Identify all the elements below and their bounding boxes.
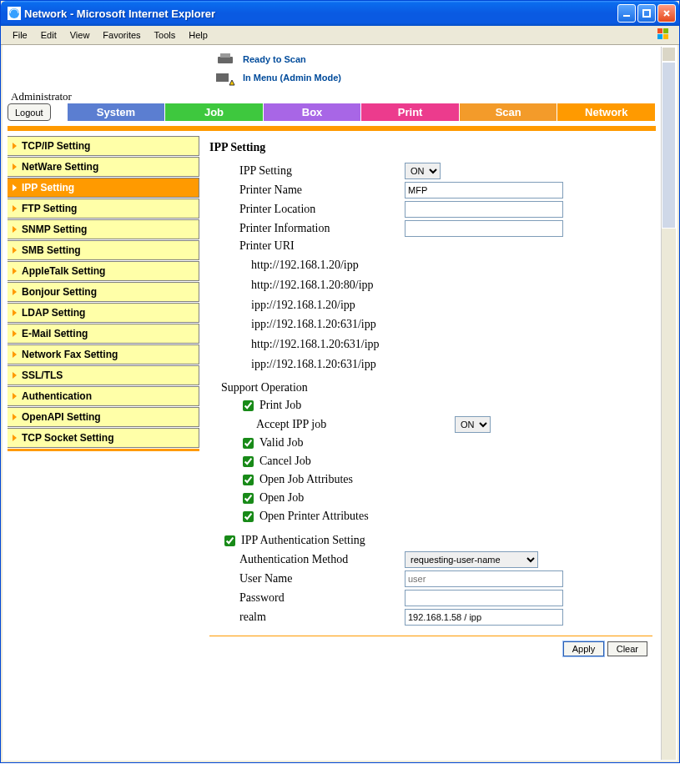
sidebar-item-label: FTP Setting — [22, 203, 77, 214]
sidebar-item-ssl[interactable]: SSL/TLS — [8, 365, 199, 385]
minimize-button[interactable] — [617, 4, 636, 23]
user-name-input[interactable] — [405, 570, 563, 587]
printer-name-label: Printer Name — [239, 183, 405, 197]
sidebar-item-label: LDAP Setting — [22, 307, 85, 319]
open-job-checkbox[interactable] — [243, 493, 254, 504]
ie-logo-icon — [656, 27, 676, 47]
printer-info-label: Printer Information — [239, 222, 405, 235]
user-name-label: User Name — [239, 572, 405, 585]
sidebar-item-label: IPP Setting — [22, 182, 74, 193]
ie-icon — [8, 7, 21, 20]
sidebar-item-ftp[interactable]: FTP Setting — [8, 199, 199, 219]
sidebar-item-auth[interactable]: Authentication — [8, 386, 199, 406]
maximize-button[interactable] — [637, 4, 656, 23]
svg-rect-4 — [663, 28, 668, 33]
clear-button[interactable]: Clear — [607, 641, 647, 656]
open-job-attr-label: Open Job Attributes — [259, 473, 353, 486]
svg-rect-7 — [218, 57, 233, 63]
auth-method-select[interactable]: requesting-user-name — [405, 551, 538, 568]
sidebar-item-label: SNMP Setting — [22, 224, 87, 235]
sidebar-item-snmp[interactable]: SNMP Setting — [8, 219, 199, 239]
menu-help[interactable]: Help — [182, 28, 214, 43]
accept-ipp-label: Accept IPP job — [256, 418, 455, 431]
valid-job-checkbox[interactable] — [243, 438, 254, 449]
menu-view[interactable]: View — [63, 28, 97, 43]
printer-location-input[interactable] — [405, 201, 563, 218]
tab-box[interactable]: Box — [264, 103, 362, 121]
open-job-label: Open Job — [259, 491, 304, 505]
sidebar-item-bonjour[interactable]: Bonjour Setting — [8, 282, 199, 302]
chevron-right-icon — [13, 268, 17, 274]
open-printer-attr-label: Open Printer Attributes — [259, 510, 369, 523]
administrator-label: Administrator — [8, 90, 656, 103]
sidebar-item-openapi[interactable]: OpenAPI Setting — [8, 407, 199, 427]
svg-rect-6 — [663, 34, 668, 39]
status-text-1: Ready to Scan — [243, 54, 306, 64]
printer-uri: ipp://192.168.1.20:631/ipp — [251, 354, 652, 374]
page-body: Ready to Scan In Menu (Admin Mode) Admin… — [1, 45, 679, 762]
app-window: Network - Microsoft Internet Explorer Fi… — [0, 0, 680, 763]
open-printer-attr-checkbox[interactable] — [243, 511, 254, 522]
sidebar-item-tcpip[interactable]: TCP/IP Setting — [8, 136, 199, 156]
sidebar-item-label: NetWare Setting — [22, 161, 98, 173]
chevron-right-icon — [13, 372, 17, 379]
menu-edit[interactable]: Edit — [34, 28, 63, 43]
cancel-job-checkbox[interactable] — [243, 456, 254, 467]
tab-network[interactable]: Network — [557, 103, 656, 121]
ipp-auth-checkbox[interactable] — [224, 535, 235, 546]
chevron-right-icon — [13, 414, 17, 420]
svg-rect-2 — [643, 10, 650, 17]
sidebar-item-ldap[interactable]: LDAP Setting — [8, 303, 199, 323]
window-buttons — [617, 4, 676, 23]
tab-scan[interactable]: Scan — [460, 103, 558, 121]
sidebar-item-email[interactable]: E-Mail Setting — [8, 324, 199, 344]
sidebar-item-appletalk[interactable]: AppleTalk Setting — [8, 261, 199, 281]
status-text-2: In Menu (Admin Mode) — [243, 73, 341, 83]
menu-favorites[interactable]: Favorites — [96, 28, 147, 43]
sidebar-item-label: TCP/IP Setting — [22, 140, 90, 152]
window-title: Network - Microsoft Internet Explorer — [24, 8, 617, 20]
chevron-right-icon — [13, 435, 17, 441]
printer-icon — [216, 52, 236, 67]
close-button[interactable] — [657, 4, 676, 23]
svg-marker-10 — [229, 80, 234, 85]
sidebar-item-label: SMB Setting — [22, 244, 81, 256]
menu-tools[interactable]: Tools — [148, 28, 183, 43]
accept-ipp-select[interactable]: ON — [455, 416, 491, 433]
svg-rect-5 — [657, 34, 662, 39]
ipp-auth-label: IPP Authentication Setting — [241, 534, 365, 547]
apply-button[interactable]: Apply — [563, 641, 605, 656]
sidebar-item-tcpsocket[interactable]: TCP Socket Setting — [8, 428, 199, 448]
logout-button[interactable]: Logout — [8, 103, 51, 121]
tab-print[interactable]: Print — [361, 103, 460, 121]
menubar: File Edit View Favorites Tools Help — [1, 26, 679, 45]
sidebar-item-label: Network Fax Setting — [22, 349, 118, 360]
warning-icon — [216, 70, 236, 85]
tab-job[interactable]: Job — [165, 103, 264, 121]
sidebar-item-ipp[interactable]: IPP Setting — [8, 178, 199, 198]
sidebar-footer-bar — [8, 449, 199, 451]
printer-info-input[interactable] — [405, 220, 563, 237]
sidebar-item-label: Authentication — [22, 390, 92, 402]
ipp-setting-select[interactable]: ON — [405, 163, 441, 179]
top-tabs: System Job Box Print Scan Network — [68, 103, 656, 121]
sidebar-item-smb[interactable]: SMB Setting — [8, 240, 199, 260]
chevron-right-icon — [13, 205, 17, 212]
menu-file[interactable]: File — [6, 28, 34, 43]
printer-name-input[interactable] — [405, 182, 563, 199]
titlebar[interactable]: Network - Microsoft Internet Explorer — [1, 1, 679, 26]
chevron-right-icon — [13, 309, 17, 316]
scrollbar[interactable] — [661, 47, 676, 760]
chevron-right-icon — [13, 226, 17, 233]
sidebar-item-netware[interactable]: NetWare Setting — [8, 157, 199, 177]
support-op-label: Support Operation — [221, 381, 308, 395]
print-job-checkbox[interactable] — [243, 400, 254, 411]
tab-system[interactable]: System — [68, 103, 166, 121]
svg-rect-9 — [216, 73, 229, 82]
sidebar-item-networkfax[interactable]: Network Fax Setting — [8, 344, 199, 364]
sidebar-item-label: AppleTalk Setting — [22, 265, 105, 277]
open-job-attr-checkbox[interactable] — [243, 475, 254, 485]
chevron-right-icon — [13, 163, 17, 170]
realm-input[interactable] — [405, 609, 563, 626]
password-input[interactable] — [405, 590, 563, 606]
